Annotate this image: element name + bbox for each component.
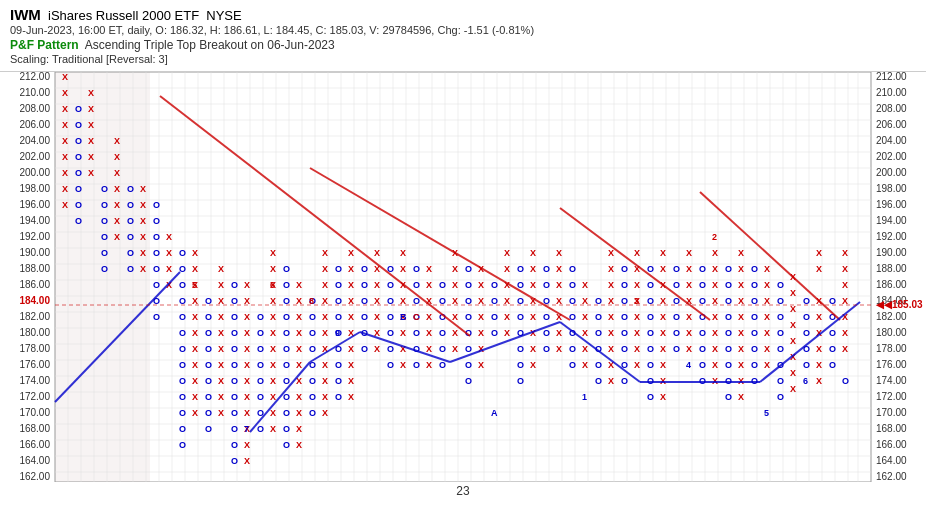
svg-text:X: X — [738, 248, 744, 258]
etf-name: iShares Russell 2000 ETF — [48, 8, 199, 23]
svg-text:X: X — [530, 264, 536, 274]
svg-text:164.00: 164.00 — [19, 455, 50, 466]
svg-text:O: O — [231, 344, 238, 354]
svg-text:X: X — [62, 184, 68, 194]
svg-text:192.00: 192.00 — [876, 231, 907, 242]
svg-text:X: X — [478, 360, 484, 370]
svg-text:O: O — [569, 280, 576, 290]
svg-text:O: O — [205, 312, 212, 322]
svg-text:206.00: 206.00 — [876, 119, 907, 130]
svg-text:O: O — [751, 312, 758, 322]
svg-text:O: O — [179, 408, 186, 418]
svg-text:X: X — [88, 88, 94, 98]
svg-text:X: X — [634, 248, 640, 258]
svg-text:O: O — [647, 312, 654, 322]
svg-text:O: O — [283, 360, 290, 370]
svg-text:O: O — [127, 264, 134, 274]
svg-text:X: X — [556, 264, 562, 274]
svg-text:X: X — [244, 440, 250, 450]
svg-text:O: O — [283, 376, 290, 386]
svg-text:X: X — [244, 328, 250, 338]
svg-text:X: X — [660, 248, 666, 258]
svg-text:O: O — [673, 312, 680, 322]
svg-text:O: O — [335, 360, 342, 370]
svg-text:O: O — [257, 424, 264, 434]
svg-text:X: X — [452, 344, 458, 354]
svg-text:O: O — [491, 328, 498, 338]
svg-text:X: X — [686, 264, 692, 274]
svg-text:O: O — [751, 280, 758, 290]
svg-text:X: X — [62, 200, 68, 210]
svg-text:5: 5 — [764, 408, 769, 418]
svg-text:168.00: 168.00 — [876, 423, 907, 434]
svg-text:X: X — [400, 264, 406, 274]
svg-text:O: O — [751, 360, 758, 370]
svg-text:208.00: 208.00 — [876, 103, 907, 114]
svg-text:O: O — [387, 360, 394, 370]
svg-text:O: O — [699, 280, 706, 290]
chart-header: IWM iShares Russell 2000 ETF NYSE 09-Jun… — [0, 0, 926, 67]
svg-text:O: O — [179, 440, 186, 450]
svg-text:194.00: 194.00 — [876, 215, 907, 226]
svg-text:X: X — [166, 248, 172, 258]
svg-text:X: X — [634, 360, 640, 370]
svg-text:O: O — [335, 376, 342, 386]
svg-text:X: X — [348, 376, 354, 386]
svg-text:X: X — [62, 104, 68, 114]
svg-text:166.00: 166.00 — [19, 439, 50, 450]
svg-text:O: O — [153, 264, 160, 274]
exchange: NYSE — [206, 8, 241, 23]
svg-text:O: O — [127, 184, 134, 194]
svg-text:O: O — [205, 344, 212, 354]
svg-text:X: X — [62, 136, 68, 146]
svg-text:O: O — [101, 264, 108, 274]
svg-text:O: O — [153, 216, 160, 226]
svg-text:X: X — [660, 328, 666, 338]
svg-text:X: X — [348, 392, 354, 402]
svg-text:X: X — [270, 360, 276, 370]
svg-text:212.00: 212.00 — [19, 72, 50, 82]
svg-text:O: O — [621, 376, 628, 386]
svg-text:172.00: 172.00 — [19, 391, 50, 402]
svg-text:O: O — [569, 264, 576, 274]
svg-text:X: X — [634, 312, 640, 322]
svg-text:O: O — [335, 392, 342, 402]
svg-text:X: X — [608, 280, 614, 290]
svg-text:172.00: 172.00 — [876, 391, 907, 402]
title-line: IWM iShares Russell 2000 ETF NYSE — [10, 6, 916, 23]
svg-text:O: O — [387, 280, 394, 290]
svg-text:178.00: 178.00 — [19, 343, 50, 354]
svg-text:X: X — [374, 312, 380, 322]
svg-text:X: X — [244, 280, 250, 290]
svg-text:O: O — [179, 424, 186, 434]
svg-text:O: O — [257, 392, 264, 402]
svg-text:O: O — [517, 264, 524, 274]
scaling-line: Scaling: Traditional [Reversal: 3] — [10, 53, 916, 65]
svg-text:X: X — [452, 280, 458, 290]
svg-text:O: O — [725, 360, 732, 370]
svg-text:X: X — [608, 344, 614, 354]
svg-text:O: O — [725, 392, 732, 402]
svg-text:O: O — [777, 280, 784, 290]
svg-text:X: X — [88, 168, 94, 178]
svg-text:X: X — [348, 312, 354, 322]
svg-text:O: O — [439, 344, 446, 354]
svg-text:X: X — [322, 392, 328, 402]
svg-text:X: X — [140, 248, 146, 258]
svg-text:X: X — [88, 136, 94, 146]
svg-text:X: X — [634, 280, 640, 290]
svg-text:O: O — [179, 360, 186, 370]
svg-text:O: O — [517, 360, 524, 370]
svg-text:O: O — [361, 344, 368, 354]
svg-text:200.00: 200.00 — [876, 167, 907, 178]
svg-text:O: O — [517, 344, 524, 354]
svg-text:O: O — [621, 280, 628, 290]
svg-text:O: O — [491, 312, 498, 322]
svg-text:O: O — [283, 344, 290, 354]
svg-text:X: X — [712, 344, 718, 354]
svg-text:X: X — [322, 376, 328, 386]
svg-text:O: O — [153, 280, 160, 290]
svg-text:168.00: 168.00 — [19, 423, 50, 434]
svg-text:X: X — [686, 312, 692, 322]
svg-text:2: 2 — [712, 232, 717, 242]
